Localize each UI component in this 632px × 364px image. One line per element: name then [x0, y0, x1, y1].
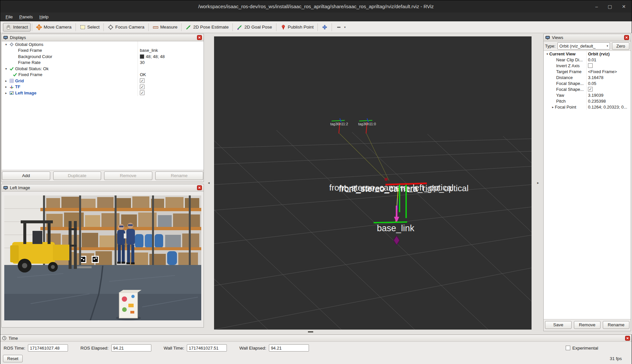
save-view-button[interactable]: Save [545, 321, 572, 329]
select-tool-button[interactable]: Select [77, 23, 102, 31]
prop-row-focal-point[interactable]: Focal Point 0.1264; 0.20323; 0... [544, 104, 631, 110]
property-value[interactable]: base_link [140, 48, 158, 53]
color-swatch[interactable] [140, 54, 144, 59]
menu-help[interactable]: Help [36, 13, 52, 20]
tree-row-grid-display[interactable]: Grid [2, 78, 204, 84]
enabled-checkbox[interactable] [140, 85, 144, 89]
tree-row-status-fixed-frame[interactable]: Fixed Frame OK [2, 72, 204, 78]
panel-close-icon[interactable]: ✕ [197, 185, 202, 190]
menu-file[interactable]: File [2, 13, 16, 20]
tree-row-left-image-display[interactable]: Left Image [2, 90, 204, 96]
rename-display-button[interactable]: Rename [155, 172, 204, 180]
wall-elapsed-input[interactable] [269, 344, 309, 352]
publish-point-tool-button[interactable]: Publish Point [278, 23, 316, 31]
duplicate-display-button[interactable]: Duplicate [53, 172, 101, 180]
enabled-checkbox[interactable] [140, 91, 144, 95]
prop-row-near-clip[interactable]: Near Clip Di... 0.01 [544, 57, 631, 63]
panel-close-icon[interactable]: ✕ [197, 35, 202, 40]
minimize-button[interactable]: – [595, 4, 598, 9]
property-label: Fixed Frame [18, 72, 42, 77]
expander-icon[interactable] [4, 67, 8, 71]
prop-row-focal-shape-fixed[interactable]: Focal Shape... [544, 86, 631, 92]
invert-z-checkbox[interactable] [588, 63, 593, 68]
reset-button[interactable]: Reset [3, 355, 23, 362]
expander-icon[interactable] [4, 91, 8, 95]
prop-row-invert-z[interactable]: Invert Z Axis [544, 63, 631, 69]
expander-icon[interactable] [4, 79, 8, 83]
remove-view-button[interactable]: Remove [574, 321, 600, 329]
interact-tool-button[interactable]: Interact [3, 23, 31, 31]
expander-icon[interactable] [4, 43, 8, 46]
views-panel-header[interactable]: Views ✕ [544, 34, 631, 41]
minus-icon [336, 24, 342, 30]
property-value[interactable]: 3.16478 [588, 75, 603, 80]
ros-time-input[interactable] [28, 344, 68, 352]
prop-row-distance[interactable]: Distance 3.16478 [544, 74, 631, 80]
rename-view-button[interactable]: Rename [603, 321, 629, 329]
displays-panel-icon [3, 35, 8, 40]
apriltag-marker [92, 256, 99, 263]
add-display-button[interactable]: Add [2, 172, 50, 180]
enabled-checkbox[interactable] [140, 78, 144, 83]
prop-row-yaw[interactable]: Yaw 3.19039 [544, 92, 631, 98]
property-value[interactable]: 3.19039 [588, 93, 603, 98]
viewport-3d[interactable]: tag36h11:2 tag36h11:0 front_stereo_camer… [214, 36, 532, 330]
remove-tool-button[interactable]: ▾ [333, 23, 348, 31]
tree-row-frame-rate[interactable]: Frame Rate 30 [2, 60, 204, 66]
ros-time-label: ROS Time: [4, 346, 25, 351]
remove-display-button[interactable]: Remove [104, 172, 152, 180]
expander-icon[interactable] [545, 52, 549, 56]
maximize-button[interactable]: ▢ [608, 4, 612, 9]
property-value[interactable]: 30 [140, 60, 144, 65]
measure-tool-button[interactable]: Measure [150, 23, 180, 31]
add-tool-button[interactable] [319, 23, 330, 31]
experimental-checkbox[interactable] [566, 346, 570, 350]
wall-time-input[interactable] [187, 344, 227, 352]
left-image-panel-header[interactable]: Left Image ✕ [2, 184, 204, 192]
tree-row-global-status[interactable]: Global Status: Ok [2, 66, 204, 72]
tree-row-background-color[interactable]: Background Color 48; 48; 48 [2, 53, 204, 60]
property-value[interactable]: 48; 48; 48 [146, 54, 165, 59]
expander-icon[interactable] [551, 105, 555, 109]
prop-row-focal-shape-size[interactable]: Focal Shape... 0.05 [544, 80, 631, 86]
goal-pose-tool-button[interactable]: 2D Goal Pose [234, 23, 274, 31]
splitter-handle[interactable] [308, 331, 313, 333]
property-label: Global Options [15, 42, 43, 47]
time-panel-header[interactable]: Time ✕ [0, 335, 632, 342]
ros-elapsed-input[interactable] [111, 344, 151, 352]
status-ok-check-icon [10, 67, 14, 71]
tree-row-tf-display[interactable]: TF [2, 84, 204, 90]
displays-panel-header[interactable]: Displays ✕ [2, 34, 204, 41]
close-button[interactable]: ✕ [622, 4, 626, 9]
property-value[interactable]: <Fixed Frame> [588, 69, 617, 74]
collapse-right-panel-icon[interactable]: ▸ [537, 181, 539, 185]
focal-shape-checkbox[interactable] [588, 87, 593, 91]
prop-row-pitch[interactable]: Pitch 0.235398 [544, 98, 631, 104]
property-value[interactable]: 0.01 [588, 57, 596, 62]
zero-button[interactable]: Zero [612, 42, 629, 50]
property-value[interactable]: 0.235398 [588, 99, 606, 104]
pose-estimate-tool-button[interactable]: 2D Pose Estimate [183, 23, 231, 31]
tree-row-fixed-frame[interactable]: Fixed Frame base_link [2, 48, 204, 54]
view-type-value: Orbit (rviz_default_ [559, 44, 596, 49]
focus-camera-tool-button[interactable]: Focus Camera [105, 23, 147, 31]
chevron-down-icon[interactable]: ▾ [344, 26, 346, 29]
menu-panels[interactable]: Panels [16, 13, 36, 20]
property-value[interactable]: 0.1264; 0.20323; 0... [588, 105, 627, 110]
publish-point-pin-icon [280, 24, 286, 30]
menubar: File Panels Help [0, 12, 632, 21]
prop-row-target-frame[interactable]: Target Frame <Fixed Frame> [544, 69, 631, 74]
prop-row-current-view[interactable]: Current View Orbit (rviz) [544, 51, 631, 57]
tool-label: Select [87, 25, 100, 30]
panel-close-icon[interactable]: ✕ [625, 336, 630, 341]
property-value[interactable]: 0.05 [588, 81, 596, 86]
panel-close-icon[interactable]: ✕ [624, 35, 629, 40]
property-value: OK [140, 72, 146, 77]
toolbar: Interact Move Camera Select Focus Camera… [0, 21, 632, 33]
move-camera-tool-button[interactable]: Move Camera [33, 23, 74, 31]
collapse-left-panel-icon[interactable]: ◂ [208, 181, 210, 185]
tree-row-global-options[interactable]: Global Options [2, 41, 204, 48]
view-type-dropdown[interactable]: Orbit (rviz_default_ ▾ [557, 42, 610, 50]
expander-icon[interactable] [4, 85, 8, 89]
clock-icon [2, 336, 7, 340]
